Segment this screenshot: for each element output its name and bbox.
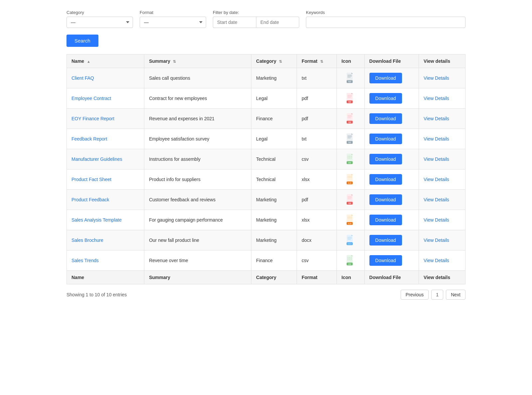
- cell-category: Technical: [251, 149, 297, 169]
- table-row: Feedback Report Employee satisfaction su…: [67, 129, 466, 149]
- svg-rect-75: [347, 255, 353, 263]
- view-details-link[interactable]: View Details: [424, 75, 449, 81]
- footer-row: Showing 1 to 10 of 10 entries Previous 1…: [66, 290, 466, 300]
- keywords-filter-group: Keywords: [306, 10, 466, 28]
- svg-rect-84: [349, 259, 350, 260]
- file-icon-txt: TXT: [341, 133, 359, 145]
- download-button[interactable]: Download: [369, 174, 402, 185]
- svg-rect-38: [351, 158, 352, 159]
- svg-text:PDF: PDF: [348, 203, 351, 204]
- svg-rect-63: [347, 218, 348, 218]
- download-button[interactable]: Download: [369, 73, 402, 83]
- pagination-info: Showing 1 to 10 of 10 entries: [66, 292, 127, 297]
- category-select[interactable]: — Marketing Legal Finance Technical: [66, 17, 133, 28]
- search-row: Search: [66, 35, 466, 48]
- table-footer: Name Summary Category Format Icon Downlo…: [67, 271, 466, 284]
- cell-icon: XL5X: [337, 169, 364, 190]
- start-date-input[interactable]: [213, 17, 256, 28]
- svg-rect-51: [347, 194, 353, 202]
- view-details-link[interactable]: View Details: [424, 197, 449, 202]
- cell-summary: Instructions for assembly: [144, 149, 251, 169]
- view-details-link[interactable]: View Details: [424, 177, 449, 182]
- current-page: 1: [431, 290, 443, 300]
- svg-rect-3: [347, 76, 352, 76]
- cell-icon: CSV: [337, 250, 364, 271]
- name-link[interactable]: Manufacturer Guidelines: [71, 156, 122, 162]
- main-table: Name ▲ Summary ⇅ Category ⇅ Format ⇅ Ico…: [66, 54, 466, 284]
- svg-rect-83: [347, 259, 348, 260]
- cell-download: Download: [364, 210, 419, 230]
- svg-rect-10: [347, 96, 352, 97]
- cell-format: txt: [297, 68, 337, 88]
- date-label: Filter by date:: [213, 10, 299, 15]
- name-link[interactable]: Sales Brochure: [71, 238, 103, 243]
- search-button[interactable]: Search: [66, 35, 98, 47]
- download-button[interactable]: Download: [369, 154, 402, 164]
- view-details-link[interactable]: View Details: [424, 116, 449, 121]
- view-details-link[interactable]: View Details: [424, 238, 449, 243]
- view-details-link[interactable]: View Details: [424, 136, 449, 142]
- table-row: Client FAQ Sales call questions Marketin…: [67, 68, 466, 88]
- file-icon-xlsx: XL5X: [341, 214, 359, 226]
- file-icon-pdf: PDF: [341, 92, 359, 104]
- format-select[interactable]: — txt pdf csv xlsx docx: [140, 17, 206, 28]
- next-button[interactable]: Next: [446, 290, 466, 300]
- name-link[interactable]: Feedback Report: [71, 136, 107, 142]
- download-button[interactable]: Download: [369, 93, 402, 104]
- sort-name-icon: ▲: [87, 59, 90, 63]
- svg-rect-81: [349, 258, 350, 259]
- cell-category: Finance: [251, 250, 297, 271]
- view-details-link[interactable]: View Details: [424, 96, 449, 101]
- download-button[interactable]: Download: [369, 113, 402, 124]
- name-link[interactable]: Employee Contract: [71, 96, 111, 101]
- view-details-link[interactable]: View Details: [424, 217, 449, 223]
- download-button[interactable]: Download: [369, 134, 402, 144]
- pagination: Previous 1 Next: [401, 290, 466, 300]
- svg-rect-37: [349, 158, 350, 159]
- svg-rect-47: [349, 177, 350, 178]
- cell-download: Download: [364, 250, 419, 271]
- download-button[interactable]: Download: [369, 215, 402, 225]
- view-details-link[interactable]: View Details: [424, 258, 449, 263]
- svg-rect-16: [347, 115, 352, 116]
- svg-rect-68: [347, 235, 353, 243]
- col-icon: Icon: [337, 54, 364, 68]
- cell-download: Download: [364, 190, 419, 210]
- name-link[interactable]: Sales Trends: [71, 258, 99, 263]
- sort-summary-icon: ⇅: [173, 59, 176, 64]
- cell-summary: Our new fall product line: [144, 230, 251, 250]
- name-link[interactable]: Sales Analysis Template: [71, 217, 122, 223]
- cell-view: View Details: [419, 190, 466, 210]
- name-link[interactable]: Product Fact Sheet: [71, 177, 111, 182]
- cell-category: Legal: [251, 88, 297, 109]
- end-date-input[interactable]: [256, 17, 299, 28]
- table-row: Product Fact Sheet Product info for supp…: [67, 169, 466, 190]
- keywords-input[interactable]: [306, 17, 466, 28]
- svg-text:PDF: PDF: [348, 101, 351, 103]
- cell-icon: TXT: [337, 129, 364, 149]
- svg-rect-35: [351, 157, 352, 157]
- view-details-link[interactable]: View Details: [424, 156, 449, 162]
- svg-rect-0: [347, 73, 353, 80]
- name-link[interactable]: EOY Finance Report: [71, 116, 114, 121]
- cell-view: View Details: [419, 129, 466, 149]
- svg-text:PDF: PDF: [348, 122, 351, 123]
- cell-view: View Details: [419, 68, 466, 88]
- svg-rect-11: [347, 97, 351, 98]
- download-button[interactable]: Download: [369, 235, 402, 246]
- name-link[interactable]: Client FAQ: [71, 75, 94, 81]
- cell-format: txt: [297, 129, 337, 149]
- download-button[interactable]: Download: [369, 255, 402, 266]
- footer-row: Name Summary Category Format Icon Downlo…: [67, 271, 466, 284]
- name-link[interactable]: Product Feedback: [71, 197, 109, 202]
- download-button[interactable]: Download: [369, 194, 402, 205]
- page-wrapper: Category — Marketing Legal Finance Techn…: [53, 0, 479, 310]
- previous-button[interactable]: Previous: [401, 290, 429, 300]
- header-row: Name ▲ Summary ⇅ Category ⇅ Format ⇅ Ico…: [67, 54, 466, 68]
- cell-format: pdf: [297, 190, 337, 210]
- cell-name: EOY Finance Report: [67, 109, 144, 129]
- footer-col-download: Download File: [364, 271, 419, 284]
- svg-rect-62: [351, 217, 352, 217]
- svg-rect-4: [347, 77, 351, 78]
- file-icon-docx: DOCX: [341, 234, 359, 246]
